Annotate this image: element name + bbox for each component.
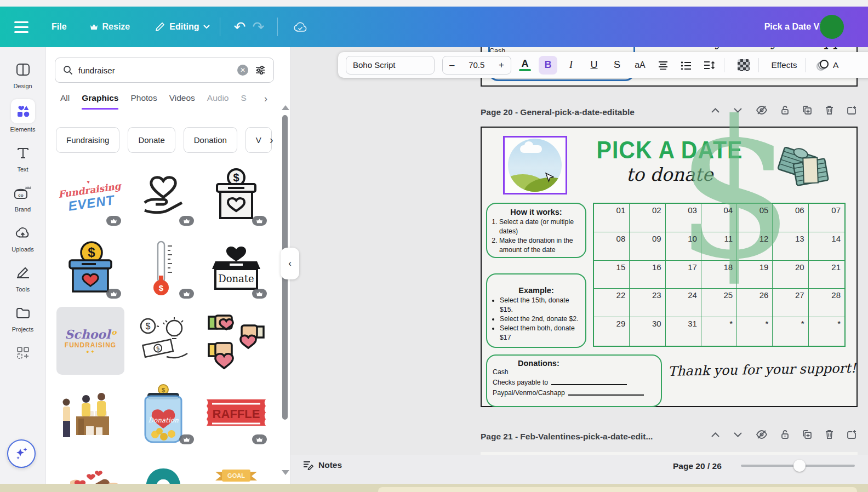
file-menu-button[interactable]: File xyxy=(52,22,67,32)
calendar-cell[interactable]: 20 xyxy=(773,261,808,289)
teal-ribbon-graphic[interactable] xyxy=(129,453,197,484)
calendar-cell[interactable]: 18 xyxy=(701,261,737,289)
sidebar-item-apps[interactable] xyxy=(0,342,45,363)
calendar-cell[interactable]: 29 xyxy=(594,317,630,346)
hide-page-icon[interactable] xyxy=(756,430,768,439)
calendar-cell[interactable]: * xyxy=(773,317,808,346)
calendar-cell[interactable]: 17 xyxy=(666,261,701,289)
zoom-slider-thumb[interactable] xyxy=(793,460,806,472)
bold-button[interactable]: B xyxy=(539,56,557,75)
calendar-cell[interactable]: 04 xyxy=(701,204,737,232)
list-button[interactable] xyxy=(677,56,695,75)
hide-page-icon[interactable] xyxy=(756,105,768,115)
sharing-hearts-graphic[interactable] xyxy=(56,453,124,484)
transparency-button[interactable] xyxy=(734,56,753,75)
blue-donation-box-graphic[interactable]: $ xyxy=(56,234,124,302)
chip-donate[interactable]: Donate xyxy=(128,127,175,153)
tab-audio[interactable]: Audio xyxy=(207,93,229,110)
chips-overflow-chevron-icon[interactable]: › xyxy=(270,134,273,146)
zoom-slider[interactable] xyxy=(741,465,855,467)
sidebar-item-projects[interactable]: Projects xyxy=(0,302,45,333)
school-fundraising-graphic[interactable]: SchoolᵒFUNDRAISING● ✦ xyxy=(56,307,124,375)
font-selector[interactable]: Boho Script xyxy=(346,56,435,75)
scroll-down-arrow[interactable] xyxy=(282,470,289,475)
calendar-cell[interactable]: 08 xyxy=(594,232,630,261)
calendar-cell[interactable]: 01 xyxy=(594,204,630,232)
add-page-icon[interactable] xyxy=(847,105,856,115)
raffle-ticket-graphic[interactable]: RAFFLE xyxy=(202,380,270,448)
duplicate-page-icon[interactable] xyxy=(802,105,812,115)
bake-sale-graphic[interactable] xyxy=(56,380,124,448)
hand-heart-graphic[interactable] xyxy=(129,161,197,229)
calendar-cell[interactable]: 13 xyxy=(773,232,808,261)
calendar-cell[interactable]: 31 xyxy=(666,317,701,346)
move-down-icon[interactable] xyxy=(733,432,743,438)
add-page-icon[interactable] xyxy=(847,430,856,439)
donate-box-graphic[interactable]: Donate xyxy=(202,234,270,302)
lock-icon[interactable] xyxy=(781,105,789,115)
chip-donation[interactable]: Donation xyxy=(184,127,237,153)
sidebar-item-text[interactable]: Text xyxy=(0,142,45,173)
design-title[interactable]: PICK A DATE xyxy=(585,136,755,164)
calendar-cell[interactable]: 05 xyxy=(737,204,773,232)
font-size-value[interactable]: 70.5 xyxy=(469,60,484,70)
calendar-cell[interactable]: 30 xyxy=(630,317,665,346)
page-20-title[interactable]: Page 20 - General-pick-a-date-editable xyxy=(481,107,635,117)
move-up-icon[interactable] xyxy=(711,432,720,438)
search-box[interactable]: ✕ xyxy=(55,58,274,83)
chip-fundraising[interactable]: Fundraising xyxy=(56,127,119,153)
filter-icon[interactable] xyxy=(255,65,266,75)
page-20-canvas[interactable]: PICK A DATE to donate How it works: Sele… xyxy=(481,127,858,407)
tab-videos[interactable]: Videos xyxy=(169,93,195,110)
sidebar-item-uploads[interactable]: Uploads xyxy=(0,222,45,253)
how-it-works-box[interactable]: How it works: Select a date (or multiple… xyxy=(486,203,586,258)
calendar-cell[interactable]: 25 xyxy=(701,289,737,317)
calendar-cell[interactable]: 03 xyxy=(666,204,701,232)
font-size-increase-button[interactable]: + xyxy=(499,60,504,71)
clear-search-icon[interactable]: ✕ xyxy=(237,65,248,76)
calendar-cell[interactable]: * xyxy=(701,317,737,346)
calendar-cell[interactable]: 16 xyxy=(630,261,665,289)
coin-box-heart-graphic[interactable]: $ xyxy=(202,161,270,229)
redo-button[interactable]: ↷ xyxy=(249,19,267,36)
avatar[interactable] xyxy=(820,15,844,39)
calendar-cell[interactable]: 06 xyxy=(773,204,808,232)
fundraising-event-graphic[interactable]: ♥FundraisingEVENT xyxy=(56,161,124,229)
money-stack-graphic[interactable] xyxy=(775,138,834,193)
calendar-cell[interactable]: 09 xyxy=(630,232,665,261)
page-21-title[interactable]: Page 21 - Feb-Valentines-pick-a-date-edi… xyxy=(481,432,653,442)
calendar-cell[interactable]: 23 xyxy=(630,289,665,317)
font-size-decrease-button[interactable]: – xyxy=(449,60,454,71)
hands-hearts-graphic[interactable] xyxy=(202,307,270,375)
calendar-cell[interactable]: 19 xyxy=(737,261,773,289)
date-calendar[interactable]: 0102030405060708091011121314151617181920… xyxy=(593,203,846,347)
sidebar-item-design[interactable]: Design xyxy=(0,59,45,89)
lock-icon[interactable] xyxy=(781,430,789,439)
line-spacing-button[interactable] xyxy=(700,56,718,75)
delete-page-icon[interactable] xyxy=(825,105,833,115)
ai-assistant-button[interactable] xyxy=(7,439,36,468)
scroll-up-arrow[interactable] xyxy=(282,105,289,110)
effects-button[interactable]: Effects xyxy=(769,56,800,75)
calendar-cell[interactable]: 02 xyxy=(630,204,665,232)
calendar-cell[interactable]: 26 xyxy=(737,289,773,317)
sidebar-item-brand[interactable]: coBrand xyxy=(0,182,45,213)
panel-collapse-handle[interactable]: ‹ xyxy=(281,248,299,279)
calendar-cell[interactable]: 28 xyxy=(809,289,844,317)
example-box[interactable]: Example: Select the 15th, donate $15.Sel… xyxy=(486,273,586,348)
chip-v[interactable]: V xyxy=(245,127,272,153)
delete-page-icon[interactable] xyxy=(825,430,833,439)
resize-button[interactable]: Resize xyxy=(90,22,130,32)
calendar-cell[interactable]: 11 xyxy=(701,232,737,261)
thermometer-graphic[interactable]: $ xyxy=(129,234,197,302)
tab-graphics[interactable]: Graphics xyxy=(82,93,118,110)
alignment-button[interactable] xyxy=(654,56,672,75)
image-placeholder[interactable] xyxy=(503,136,567,194)
underline-button[interactable]: U xyxy=(585,56,603,75)
editing-mode-dropdown[interactable]: Editing xyxy=(155,22,210,32)
main-menu-icon[interactable] xyxy=(14,21,28,33)
notes-button[interactable]: Notes xyxy=(302,460,342,470)
sidebar-item-tools[interactable]: Tools xyxy=(0,262,45,293)
calendar-cell[interactable]: 07 xyxy=(809,204,844,232)
calendar-cell[interactable]: 14 xyxy=(809,232,844,261)
